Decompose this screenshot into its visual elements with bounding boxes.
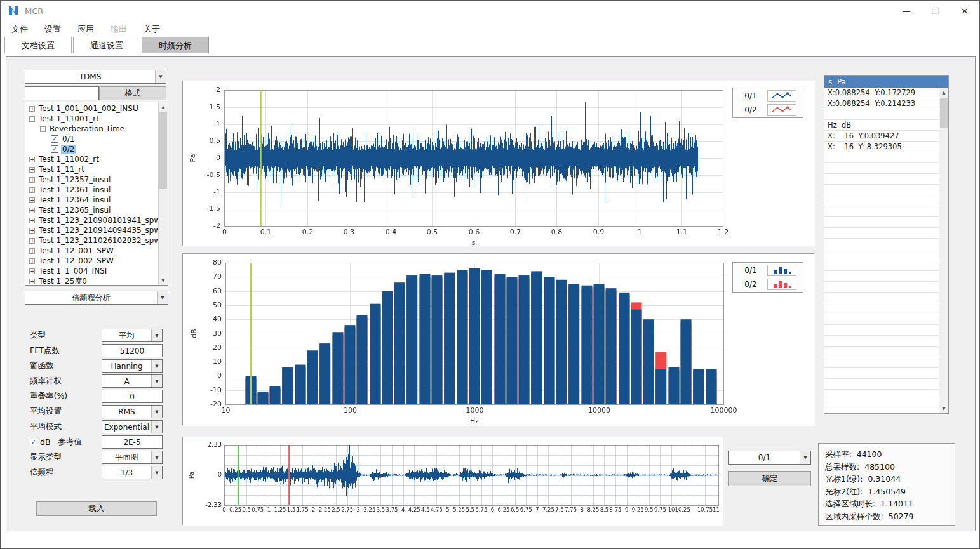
table-row[interactable]: [824, 314, 939, 325]
expand-icon[interactable]: +: [29, 167, 35, 173]
db-checkbox[interactable]: ✓: [30, 439, 37, 446]
overlap-input[interactable]: [102, 390, 163, 403]
search-input[interactable]: [25, 86, 99, 100]
table-row[interactable]: [824, 336, 939, 347]
table-row[interactable]: [824, 174, 939, 185]
confirm-button[interactable]: 确定: [728, 471, 811, 486]
overview-chart-canvas[interactable]: [183, 437, 723, 526]
time-chart-canvas[interactable]: [183, 81, 815, 246]
table-header[interactable]: s Pa: [824, 76, 948, 88]
expand-icon[interactable]: +: [29, 238, 35, 244]
tree-item[interactable]: +Test 1_11_rt: [25, 164, 158, 175]
table-row[interactable]: [824, 228, 939, 239]
format-button[interactable]: 格式: [99, 86, 166, 100]
expand-icon[interactable]: +: [29, 258, 35, 264]
tree-item[interactable]: +Test 1_12_002_SPW: [25, 256, 158, 266]
table-row[interactable]: [824, 357, 939, 368]
tree-item-checkbox[interactable]: ✓: [51, 135, 58, 143]
expand-icon[interactable]: +: [29, 279, 35, 284]
menu-settings[interactable]: 设置: [36, 21, 69, 37]
tab-channel-settings[interactable]: 通道设置: [73, 37, 140, 53]
octave-select[interactable]: 1/3▼: [102, 466, 163, 479]
expand-icon[interactable]: +: [29, 177, 35, 183]
tree-item[interactable]: ✓0/1: [25, 134, 158, 144]
tab-document-settings[interactable]: 文档设置: [4, 37, 72, 53]
tree-item[interactable]: +Test 1_12357_insul: [25, 175, 158, 185]
table-row[interactable]: [824, 152, 939, 163]
legend-item[interactable]: 0/1: [734, 89, 802, 103]
table-row[interactable]: [824, 217, 939, 228]
table-row[interactable]: [824, 260, 939, 271]
window-function-select[interactable]: Hanning▼: [102, 359, 163, 373]
expand-icon[interactable]: +: [29, 218, 35, 223]
table-row[interactable]: [824, 109, 939, 120]
type-select[interactable]: 平均▼: [102, 329, 163, 342]
expand-icon[interactable]: +: [29, 228, 35, 234]
table-row[interactable]: [824, 271, 939, 282]
table-row[interactable]: [824, 239, 939, 249]
menu-output[interactable]: 输出: [102, 21, 135, 37]
average-setting-select[interactable]: RMS▼: [102, 405, 163, 418]
menu-apply[interactable]: 应用: [69, 21, 102, 37]
tree-item[interactable]: +Test 1_25度0: [25, 276, 158, 285]
tree-item[interactable]: +Test 1_12_001_SPW: [25, 246, 158, 256]
fft-points-input[interactable]: [102, 344, 163, 357]
menu-file[interactable]: 文件: [3, 21, 36, 37]
average-mode-select[interactable]: Exponential▼: [102, 420, 163, 433]
tree-item[interactable]: +Test 1_123_210914094435_spw: [25, 225, 158, 235]
expand-icon[interactable]: +: [29, 106, 35, 112]
scroll-up-icon[interactable]: ▲: [939, 88, 948, 97]
tree-item[interactable]: +Test 1_1_004_INSI: [25, 266, 158, 276]
table-row[interactable]: [824, 282, 939, 293]
tree-item[interactable]: −Reverberation Time: [25, 124, 158, 134]
load-button[interactable]: 载入: [36, 501, 157, 516]
tree-item-checkbox[interactable]: ✓: [51, 145, 58, 153]
expand-icon[interactable]: +: [29, 248, 35, 254]
table-row[interactable]: X:0.088254 Y:0.214233: [824, 98, 939, 109]
expand-icon[interactable]: +: [29, 187, 35, 193]
tree-item[interactable]: +Test 1_123_211026102932_spw: [25, 235, 158, 246]
legend-item[interactable]: 0/2: [734, 277, 802, 291]
tree-item[interactable]: −Test 1_11001_rt: [25, 114, 158, 124]
collapse-icon[interactable]: −: [29, 116, 35, 122]
analysis-type-select[interactable]: 倍频程分析 ▼: [25, 291, 168, 305]
tree-scrollbar[interactable]: ▲ ▼: [158, 102, 168, 285]
table-row[interactable]: [824, 249, 939, 260]
table-row[interactable]: [824, 400, 939, 411]
table-scrollbar-thumb[interactable]: [940, 98, 948, 128]
legend-item[interactable]: 0/2: [734, 103, 802, 117]
table-row[interactable]: [824, 195, 939, 206]
scroll-up-icon[interactable]: ▲: [159, 102, 168, 112]
expand-icon[interactable]: +: [29, 157, 35, 162]
close-button[interactable]: ✕: [950, 1, 979, 21]
frequency-weighting-select[interactable]: A▼: [102, 374, 163, 388]
tree-item[interactable]: ✓0/2: [25, 144, 158, 154]
scroll-down-icon[interactable]: ▼: [159, 275, 168, 285]
menu-about[interactable]: 关于: [135, 21, 168, 37]
expand-icon[interactable]: +: [29, 197, 35, 203]
expand-icon[interactable]: +: [29, 208, 35, 213]
tree-scrollbar-thumb[interactable]: [159, 112, 167, 189]
table-row[interactable]: [824, 185, 939, 195]
maximize-button[interactable]: ❐: [921, 1, 950, 21]
reference-input[interactable]: [102, 435, 163, 449]
table-row[interactable]: [824, 293, 939, 303]
tree-item[interactable]: +Test 1_11002_rt: [25, 154, 158, 164]
minimize-button[interactable]: —: [892, 1, 921, 21]
table-row[interactable]: X: 16 Y:-8.329305: [824, 142, 939, 152]
table-row[interactable]: [824, 368, 939, 379]
table-row[interactable]: [824, 347, 939, 357]
table-row[interactable]: [824, 206, 939, 217]
scroll-down-icon[interactable]: ▼: [939, 404, 948, 413]
legend-item[interactable]: 0/1: [734, 263, 802, 277]
tree-item[interactable]: +Test 1_12361_insul: [25, 185, 158, 195]
table-row[interactable]: [824, 163, 939, 174]
display-type-select[interactable]: 平面图▼: [102, 451, 163, 464]
tree-item[interactable]: +Test 1_12364_insul: [25, 195, 158, 205]
octave-chart-canvas[interactable]: [183, 254, 815, 426]
collapse-icon[interactable]: −: [40, 126, 46, 132]
table-row[interactable]: X:0.088254 Y:0.172729: [824, 88, 939, 98]
tree-item[interactable]: +Test 1_123_210908101941_spw: [25, 215, 158, 225]
table-row[interactable]: [824, 379, 939, 390]
table-row[interactable]: [824, 303, 939, 314]
